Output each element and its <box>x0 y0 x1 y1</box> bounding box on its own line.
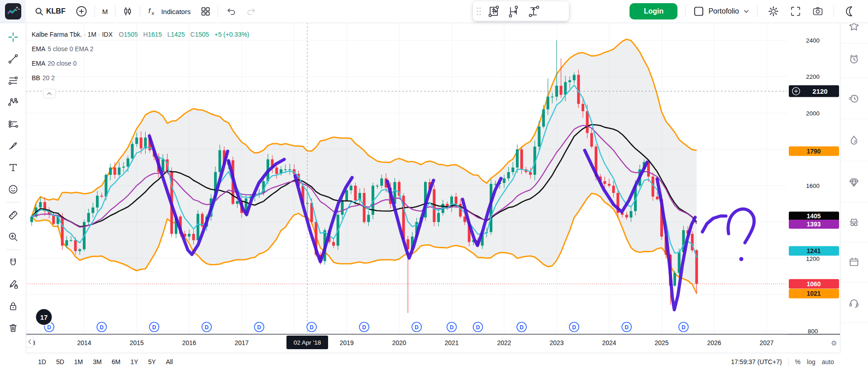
fullscreen-button[interactable] <box>787 3 804 19</box>
drawing-floating-toolbar[interactable] <box>473 1 569 21</box>
sidebar-separator <box>840 242 868 242</box>
fib-retracement-tool[interactable] <box>5 72 22 89</box>
range-button-5d[interactable]: 5D <box>53 357 67 367</box>
svg-text:1393: 1393 <box>806 221 820 228</box>
range-button-1d[interactable]: 1D <box>35 357 49 367</box>
range-button-5y[interactable]: 5Y <box>145 357 159 367</box>
indicator-row-bb[interactable]: BB20 2 <box>32 71 249 85</box>
hotlists-flame-icon <box>848 135 860 146</box>
crosshair-tool[interactable] <box>5 29 22 46</box>
xabcd-pattern-icon <box>8 97 19 108</box>
height-measure-tool-button[interactable] <box>525 3 542 19</box>
range-button-1m[interactable]: 1M <box>71 357 86 367</box>
drag-handle-icon[interactable] <box>476 5 482 17</box>
question-mark-dot[interactable] <box>739 257 744 261</box>
portfolio-menu[interactable]: Portofolio <box>693 6 749 17</box>
percent-scale-button[interactable]: % <box>795 358 801 365</box>
magnet-icon <box>8 257 19 268</box>
axis-settings-gear-icon[interactable]: ⚙ <box>831 339 837 347</box>
indicator-row-ema20[interactable]: EMA20 close 0 <box>32 56 249 71</box>
height-measure-icon <box>527 5 540 18</box>
brush-tool[interactable] <box>5 137 22 154</box>
year-label: 2021 <box>444 339 458 346</box>
zoom-in-tool[interactable] <box>5 228 22 245</box>
alerts-clock-button[interactable] <box>846 51 862 67</box>
redo-button[interactable] <box>242 3 262 19</box>
timeframe-button[interactable]: M <box>98 3 113 19</box>
ruler-tool[interactable] <box>5 207 22 224</box>
svg-text:D: D <box>520 324 524 331</box>
alerts-clock-icon <box>848 53 860 65</box>
incognito-button[interactable] <box>846 215 862 231</box>
trend-line-tool[interactable] <box>5 50 22 67</box>
calendar-button[interactable] <box>846 254 862 270</box>
login-button[interactable]: Login <box>630 3 677 19</box>
range-button-all[interactable]: All <box>162 357 176 367</box>
toolbar-collapse-tab[interactable] <box>26 335 33 348</box>
chevron-left-icon <box>28 339 31 344</box>
separator <box>95 5 95 17</box>
year-label: 2015 <box>129 339 143 346</box>
indicator-row-ema5[interactable]: EMA5 close 0 EMA 2 <box>32 42 249 56</box>
svg-text:D: D <box>257 324 261 331</box>
ideas-diamond-button[interactable] <box>846 174 862 191</box>
clock[interactable]: 17:59:37 (UTC+7) <box>731 358 782 365</box>
support-headset-icon <box>848 298 860 309</box>
price-tick-label: 2000 <box>806 110 820 117</box>
svg-text:1060: 1060 <box>806 280 820 288</box>
settings-button[interactable] <box>765 3 782 19</box>
lock-drawings-icon <box>8 301 19 312</box>
symbol-search-button[interactable]: KLBF <box>30 3 70 19</box>
svg-text:D: D <box>625 324 629 331</box>
xabcd-pattern-tool[interactable] <box>5 94 22 111</box>
hotlists-flame-button[interactable] <box>846 132 862 149</box>
magnet-tool[interactable] <box>5 254 22 271</box>
sidebar-separator <box>840 282 868 282</box>
year-label: 2014 <box>77 339 91 346</box>
fx-icon: fx <box>148 6 158 16</box>
ohlc-close: 1505 <box>195 31 209 38</box>
range-button-3m[interactable]: 3M <box>90 357 105 367</box>
auto-scale-button[interactable]: auto <box>822 358 834 365</box>
emoji-tool[interactable] <box>5 181 22 198</box>
forecast-tool[interactable] <box>5 115 22 133</box>
sidebar-separator <box>840 322 868 323</box>
range-button-1y[interactable]: 1Y <box>127 357 141 367</box>
remove-drawings-tool[interactable] <box>5 319 22 336</box>
emoji-icon <box>8 184 19 195</box>
chart-style-button[interactable] <box>118 3 137 19</box>
svg-text:f: f <box>148 7 151 14</box>
range-button-6m[interactable]: 6M <box>109 357 124 367</box>
compare-add-button[interactable] <box>71 3 92 19</box>
right-sidebar <box>840 23 868 370</box>
price-range-tool-button[interactable] <box>486 3 502 19</box>
support-headset-button[interactable] <box>846 295 862 312</box>
legend-collapse-button[interactable] <box>43 89 56 98</box>
separator <box>115 5 115 17</box>
separator <box>788 358 789 366</box>
snapshot-button[interactable] <box>810 3 826 19</box>
undo-button[interactable] <box>221 3 241 19</box>
top-toolbar: KLBF M fx Indicators <box>0 0 868 23</box>
log-scale-button[interactable]: log <box>807 358 816 365</box>
crosshair-icon <box>8 32 19 43</box>
text-tool[interactable] <box>5 159 22 176</box>
year-label: 2024 <box>602 339 616 346</box>
drawing-mode-tool[interactable] <box>5 276 22 293</box>
legend-title-row[interactable]: Kalbe Farma Tbk. · 1M · IDX O1505 H1615 … <box>32 27 249 42</box>
dark-mode-toggle[interactable] <box>842 3 858 19</box>
svg-text:D: D <box>310 324 314 331</box>
svg-text:D: D <box>476 324 480 331</box>
indicators-button[interactable]: fx Indicators <box>143 3 195 19</box>
sidebar-separator <box>840 119 868 119</box>
bottom-right-group: 17:59:37 (UTC+7) % log auto <box>731 358 840 366</box>
tradingview-logo[interactable] <box>5 3 21 19</box>
ohlc-low: 1425 <box>171 31 185 38</box>
price-tick-label: 1600 <box>806 183 820 189</box>
topbar-left-group: KLBF M fx Indicators <box>26 0 262 23</box>
replay-button[interactable] <box>846 91 862 107</box>
layout-grid-button[interactable] <box>196 3 215 19</box>
price-tick-label: 1200 <box>806 255 820 262</box>
date-range-tool-button[interactable] <box>506 3 522 19</box>
lock-drawings-tool[interactable] <box>5 298 22 315</box>
